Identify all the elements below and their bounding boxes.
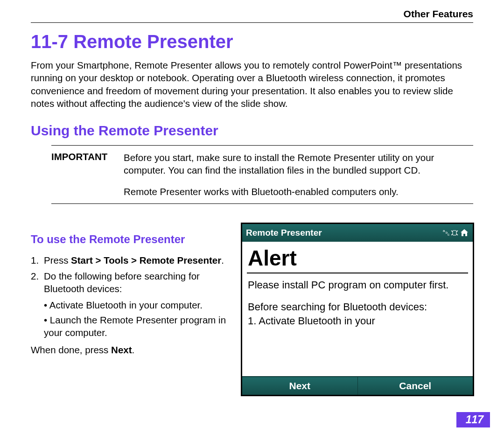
step-number: 2. [31, 270, 44, 295]
home-icon [460, 229, 469, 237]
alert-body-p2a: Before searching for Bluetooth devices: [248, 300, 467, 314]
phone-titlebar: Remote Presenter a b c [242, 224, 473, 242]
when-done-bold: Next [111, 344, 132, 355]
subsection-heading: Using the Remote Presenter [31, 123, 473, 139]
when-done-suffix: . [132, 344, 135, 355]
section-title: Remote Presenter [73, 31, 233, 52]
alert-separator [247, 273, 468, 273]
when-done-prefix: When done, press [31, 344, 111, 355]
svg-line-1 [451, 231, 453, 232]
step-2: 2. Do the following before searching for… [31, 270, 227, 295]
cancel-button[interactable]: Cancel [358, 377, 473, 395]
section-intro-text: From your Smartphone, Remote Presenter a… [31, 59, 473, 110]
important-note-2: Remote Presenter works with Bluetooth-en… [124, 185, 473, 198]
signal-icon [451, 229, 459, 237]
important-text: Before you start, make sure to install t… [124, 151, 473, 177]
next-button[interactable]: Next [242, 377, 358, 395]
procedure-column: To use the Remote Presenter 1. Press Sta… [31, 218, 227, 396]
important-note-block: IMPORTANT Before you start, make sure to… [51, 145, 473, 204]
alert-body-p1: Please install PC program on computer fi… [248, 278, 467, 292]
alert-heading: Alert [242, 242, 473, 271]
section-number: 11-7 [31, 31, 68, 52]
svg-line-4 [456, 234, 458, 235]
page-number: 117 [456, 412, 490, 427]
step-2-text: Do the following before searching for Bl… [44, 270, 227, 295]
step-2-bullet-2: • Launch the Remote Presenter program in… [44, 314, 227, 339]
when-done-line: When done, press Next. [31, 344, 227, 357]
step-1-prefix: Press [44, 255, 71, 266]
phone-screenshot: Remote Presenter a b c [241, 223, 474, 396]
svg-line-2 [451, 234, 453, 235]
input-mode-icon: a b c [443, 229, 450, 237]
step-1: 1. Press Start > Tools > Remote Presente… [31, 254, 227, 267]
step-1-suffix: . [221, 255, 224, 266]
step-2-bullet-1: • Activate Bluetooth in your computer. [44, 299, 227, 312]
page-header-breadcrumb: Other Features [31, 8, 473, 23]
alert-body-p2b: 1. Activate Bluetooth in your [248, 314, 467, 328]
svg-rect-0 [453, 231, 456, 235]
softkey-bar: Next Cancel [242, 376, 473, 395]
step-number: 1. [31, 254, 44, 267]
important-label: IMPORTANT [51, 151, 124, 177]
screenshot-column: Remote Presenter a b c [241, 218, 474, 396]
section-heading: 11-7 Remote Presenter [31, 31, 473, 52]
step-1-path: Start > Tools > Remote Presenter [71, 255, 221, 266]
svg-line-3 [456, 231, 458, 232]
alert-body: Please install PC program on computer fi… [242, 278, 473, 376]
procedure-heading: To use the Remote Presenter [31, 233, 227, 246]
phone-titlebar-title: Remote Presenter [246, 228, 322, 238]
